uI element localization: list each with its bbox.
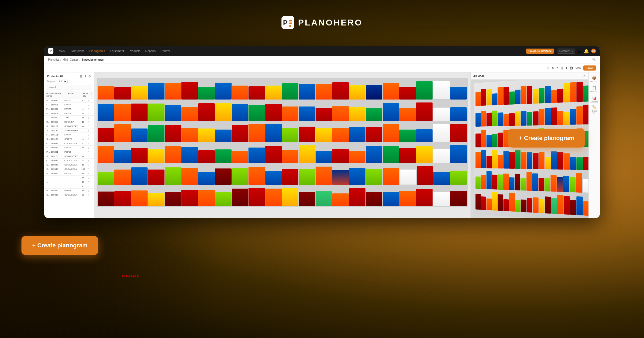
model-shelf-item[interactable] bbox=[570, 200, 576, 215]
model-shelf-item[interactable] bbox=[545, 86, 551, 103]
shelf-item[interactable] bbox=[265, 86, 282, 100]
model-shelf-item[interactable] bbox=[475, 177, 481, 189]
row-menu[interactable]: ⋮ bbox=[87, 138, 92, 140]
shelf-item[interactable] bbox=[299, 192, 315, 206]
settings-icon[interactable]: ⚙ bbox=[88, 75, 91, 78]
model-shelf-item[interactable] bbox=[533, 153, 539, 169]
nav-item-tasks[interactable]: Tasks bbox=[57, 49, 65, 53]
model-shelf-item[interactable] bbox=[583, 201, 588, 216]
model-shelf-item[interactable] bbox=[557, 111, 563, 125]
model-close-button[interactable]: ✕ bbox=[583, 74, 586, 78]
shelf-item[interactable] bbox=[114, 87, 131, 100]
model-shelf-item[interactable] bbox=[486, 112, 492, 126]
shelf-item[interactable] bbox=[198, 128, 215, 142]
shelf-item[interactable] bbox=[248, 167, 265, 185]
row-menu[interactable]: ⋮ bbox=[87, 185, 92, 188]
model-shelf-item[interactable] bbox=[475, 91, 481, 106]
table-row[interactable]: COCA COLA 1.5L... 105043 COCA COLA 41 ⋮ bbox=[44, 141, 94, 146]
model-shelf-item[interactable] bbox=[533, 111, 539, 126]
search-input[interactable] bbox=[47, 85, 91, 90]
shelf-item[interactable] bbox=[248, 148, 265, 163]
shelf-item[interactable] bbox=[399, 108, 416, 121]
previous-interface-button[interactable]: Previous interface bbox=[526, 49, 554, 54]
shelf-item[interactable] bbox=[416, 189, 433, 206]
shelf-item[interactable] bbox=[433, 172, 450, 185]
shelf-item[interactable] bbox=[181, 82, 198, 100]
model-shelf-item[interactable] bbox=[564, 153, 570, 170]
shelf-item[interactable] bbox=[181, 147, 198, 163]
table-row[interactable]: SCHWEPPES 0.3... 105109 SCHWEPPES — ⋮ bbox=[44, 154, 94, 159]
model-shelf-item[interactable] bbox=[539, 199, 545, 213]
shelf-item[interactable] bbox=[366, 146, 382, 164]
shelf-item[interactable] bbox=[282, 106, 298, 121]
model-shelf-item[interactable] bbox=[481, 111, 486, 126]
shelf-item[interactable] bbox=[450, 124, 467, 142]
shelf-item[interactable] bbox=[316, 108, 332, 121]
product-info-panel-icon[interactable]: 📦 Product i.. bbox=[590, 75, 599, 83]
shelf-item[interactable] bbox=[114, 124, 131, 142]
shelf-item[interactable] bbox=[165, 105, 181, 121]
product-list-panel-icon[interactable]: 📋 Product l.. bbox=[590, 85, 599, 93]
shelf-item[interactable] bbox=[433, 124, 450, 142]
display-select[interactable]: All bbox=[57, 79, 68, 83]
shelf-item[interactable] bbox=[198, 103, 215, 121]
shelf-item[interactable] bbox=[181, 107, 198, 121]
shelf-item[interactable] bbox=[232, 168, 248, 185]
row-menu[interactable]: ⋮ bbox=[87, 189, 92, 192]
shelf-item[interactable] bbox=[148, 193, 164, 206]
grid-view-icon[interactable]: ⊞ bbox=[547, 66, 549, 70]
model-shelf-item[interactable] bbox=[545, 157, 551, 169]
shelf-item[interactable] bbox=[232, 125, 248, 142]
model-shelf-item[interactable] bbox=[503, 173, 508, 190]
model-shelf-item[interactable] bbox=[521, 152, 526, 169]
model-shelf-item[interactable] bbox=[532, 173, 538, 191]
shelf-item[interactable] bbox=[332, 106, 349, 121]
table-row[interactable]: PEPSI KOLA 0.2... 105221 PEPSI — ⋮ bbox=[44, 150, 94, 154]
model-shelf-item[interactable] bbox=[583, 105, 588, 124]
row-menu[interactable]: ⋮ bbox=[87, 134, 92, 136]
shelf-item[interactable] bbox=[181, 168, 198, 185]
model-shelf-item[interactable] bbox=[515, 111, 521, 126]
shelf-item[interactable] bbox=[316, 191, 332, 206]
model-shelf-item[interactable] bbox=[515, 150, 521, 169]
model-shelf-item[interactable] bbox=[557, 89, 563, 103]
retailer-select[interactable]: RetailerX ▾ bbox=[557, 49, 575, 54]
shelf-item[interactable] bbox=[215, 83, 231, 100]
shelf-item[interactable] bbox=[349, 168, 365, 185]
model-shelf-item[interactable] bbox=[509, 177, 515, 190]
shelf-item[interactable] bbox=[232, 86, 248, 100]
shelf-item[interactable] bbox=[131, 86, 148, 100]
table-row[interactable]: PEPSI 0.33L JT 105230 PEPSI 19 ⋮ bbox=[44, 189, 94, 193]
shelf-item[interactable] bbox=[383, 124, 399, 142]
shelf-item[interactable] bbox=[299, 106, 315, 121]
model-shelf-item[interactable] bbox=[486, 89, 492, 105]
shelf-item[interactable] bbox=[198, 87, 215, 100]
table-row[interactable]: COCA COLA VA... 105060 COCA COLA 30 ⋮ bbox=[44, 193, 94, 197]
model-shelf-item[interactable] bbox=[533, 89, 539, 104]
shelf-item[interactable] bbox=[98, 128, 114, 142]
row-menu[interactable]: ⋮ bbox=[87, 177, 92, 179]
model-shelf-item[interactable] bbox=[527, 86, 532, 104]
model-shelf-item[interactable] bbox=[564, 83, 570, 102]
shelf-item[interactable] bbox=[316, 128, 332, 142]
shelf-item[interactable] bbox=[450, 145, 467, 164]
model-shelf-item[interactable] bbox=[521, 111, 526, 126]
shelf-item[interactable] bbox=[399, 87, 416, 100]
shelf-item[interactable] bbox=[198, 150, 215, 163]
model-shelf-item[interactable] bbox=[576, 196, 583, 215]
shelf-item[interactable] bbox=[248, 86, 265, 100]
model-shelf-item[interactable] bbox=[498, 87, 503, 105]
table-row[interactable]: ROSINKA KREM... 105288 ROSINKA 16 ⋮ bbox=[44, 120, 94, 124]
shelf-item[interactable] bbox=[282, 169, 298, 185]
model-shelf-item[interactable] bbox=[515, 200, 521, 212]
model-shelf-item[interactable] bbox=[551, 175, 557, 192]
nav-item-store-plans[interactable]: Store plans bbox=[69, 49, 85, 53]
shelf-item[interactable] bbox=[98, 172, 114, 185]
shelf-item[interactable] bbox=[131, 148, 148, 164]
shelf-item[interactable] bbox=[383, 192, 399, 206]
table-row[interactable]: COCA COLA 0.5... 105940 COCA COLA 103 ⋮ bbox=[44, 167, 94, 171]
breadcrumb-sweet-beverages[interactable]: Sweet beverages bbox=[82, 58, 104, 61]
model-shelf-item[interactable] bbox=[509, 152, 515, 169]
model-shelf-item[interactable] bbox=[569, 177, 576, 192]
model-shelf-item[interactable] bbox=[481, 150, 486, 168]
